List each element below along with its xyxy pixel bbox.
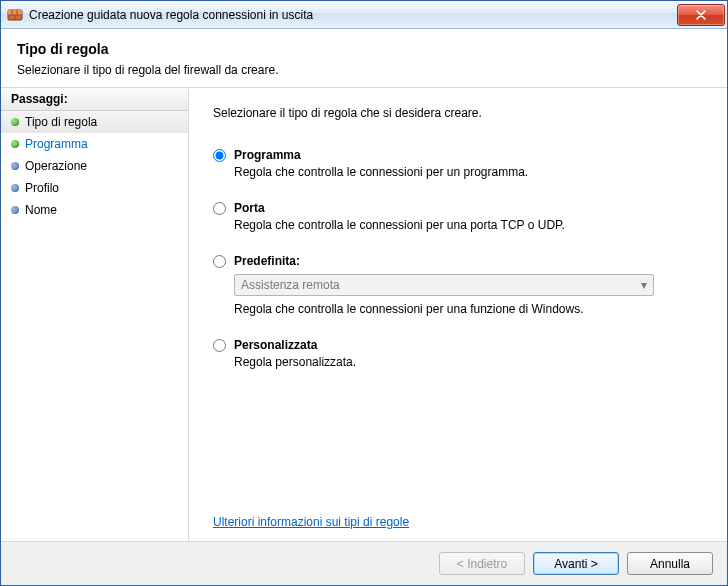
page-subtitle: Selezionare il tipo di regola del firewa… xyxy=(17,63,711,77)
app-icon xyxy=(7,7,23,23)
step-label: Tipo di regola xyxy=(25,115,97,129)
option-label: Porta xyxy=(234,201,265,215)
page-title: Tipo di regola xyxy=(17,41,711,57)
step-bullet-icon xyxy=(11,184,19,192)
window-title: Creazione guidata nuova regola connessio… xyxy=(29,8,677,22)
step-label: Programma xyxy=(25,137,88,151)
step-bullet-icon xyxy=(11,118,19,126)
step-nome[interactable]: Nome xyxy=(1,199,188,221)
rule-type-options: Programma Regola che controlla le connes… xyxy=(213,148,703,369)
option-label: Predefinita: xyxy=(234,254,300,268)
predefinita-dropdown: Assistenza remota ▾ xyxy=(234,274,654,296)
step-bullet-icon xyxy=(11,162,19,170)
step-programma[interactable]: Programma xyxy=(1,133,188,155)
wizard-content: Selezionare il tipo di regola che si des… xyxy=(189,88,727,541)
learn-more-link[interactable]: Ulteriori informazioni sui tipi di regol… xyxy=(213,515,409,529)
radio-personalizzata[interactable] xyxy=(213,339,226,352)
button-label: < Indietro xyxy=(457,557,507,571)
dropdown-value: Assistenza remota xyxy=(241,278,340,292)
option-personalizzata: Personalizzata Regola personalizzata. xyxy=(213,338,703,369)
option-row[interactable]: Personalizzata xyxy=(213,338,703,352)
option-predefinita: Predefinita: Assistenza remota ▾ Regola … xyxy=(213,254,703,316)
option-row[interactable]: Programma xyxy=(213,148,703,162)
option-row[interactable]: Porta xyxy=(213,201,703,215)
button-label: Avanti > xyxy=(554,557,597,571)
next-button[interactable]: Avanti > xyxy=(533,552,619,575)
step-bullet-icon xyxy=(11,140,19,148)
option-label: Programma xyxy=(234,148,301,162)
step-profilo[interactable]: Profilo xyxy=(1,177,188,199)
radio-predefinita[interactable] xyxy=(213,255,226,268)
radio-porta[interactable] xyxy=(213,202,226,215)
wizard-body: Passaggi: Tipo di regola Programma Opera… xyxy=(1,88,727,541)
option-description: Regola personalizzata. xyxy=(234,355,703,369)
wizard-header: Tipo di regola Selezionare il tipo di re… xyxy=(1,29,727,88)
option-programma: Programma Regola che controlla le connes… xyxy=(213,148,703,179)
option-description: Regola che controlla le connessioni per … xyxy=(234,165,703,179)
back-button: < Indietro xyxy=(439,552,525,575)
cancel-button[interactable]: Annulla xyxy=(627,552,713,575)
option-description: Regola che controlla le connessioni per … xyxy=(234,218,703,232)
content-prompt: Selezionare il tipo di regola che si des… xyxy=(213,106,703,120)
steps-sidebar: Passaggi: Tipo di regola Programma Opera… xyxy=(1,88,189,541)
titlebar: Creazione guidata nuova regola connessio… xyxy=(1,1,727,29)
option-row[interactable]: Predefinita: xyxy=(213,254,703,268)
step-operazione[interactable]: Operazione xyxy=(1,155,188,177)
step-tipo-di-regola[interactable]: Tipo di regola xyxy=(1,111,188,133)
radio-programma[interactable] xyxy=(213,149,226,162)
chevron-down-icon: ▾ xyxy=(641,278,647,292)
wizard-footer: < Indietro Avanti > Annulla xyxy=(1,541,727,585)
step-label: Operazione xyxy=(25,159,87,173)
option-porta: Porta Regola che controlla le connession… xyxy=(213,201,703,232)
learn-more: Ulteriori informazioni sui tipi di regol… xyxy=(213,475,703,529)
step-label: Profilo xyxy=(25,181,59,195)
option-description: Regola che controlla le connessioni per … xyxy=(234,302,703,316)
step-bullet-icon xyxy=(11,206,19,214)
step-label: Nome xyxy=(25,203,57,217)
option-label: Personalizzata xyxy=(234,338,317,352)
close-button[interactable] xyxy=(677,4,725,26)
steps-header: Passaggi: xyxy=(1,88,188,111)
button-label: Annulla xyxy=(650,557,690,571)
svg-rect-1 xyxy=(8,10,22,15)
wizard-window: Creazione guidata nuova regola connessio… xyxy=(0,0,728,586)
